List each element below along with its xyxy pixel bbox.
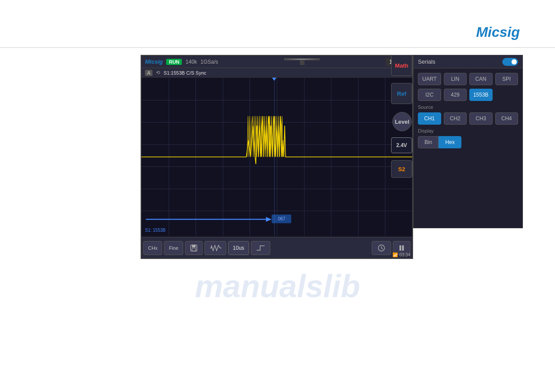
waveform-svg: 067: [141, 78, 412, 236]
level-value-display: 2.4V: [391, 137, 412, 153]
level-knob[interactable]: Level: [392, 112, 412, 131]
display-btn-group: Bin Hex: [418, 136, 461, 148]
hex-display-button[interactable]: Hex: [439, 136, 461, 148]
protocol-row-2: I2C 429 1553B: [418, 89, 518, 101]
serials-title: Serials: [418, 58, 435, 65]
trigger-channel: A: [145, 70, 152, 76]
uart-button[interactable]: UART: [418, 73, 441, 85]
lin-button[interactable]: LIN: [444, 73, 467, 85]
scope-status-bar: 📶 03:34: [391, 252, 412, 258]
spi-button[interactable]: SPI: [495, 73, 519, 85]
trigger-label: S1:1553B C/S Sync: [163, 70, 206, 76]
scope-logo: Micsig: [145, 58, 163, 65]
protocol-row-1: UART LIN CAN SPI: [418, 73, 518, 85]
scope-sample-rate: 1GSa/s: [200, 59, 218, 65]
can-button[interactable]: CAN: [469, 73, 493, 85]
save-button[interactable]: [185, 241, 203, 255]
time-cursor-line: [274, 78, 275, 236]
scope-topbar: Micsig RUN 140k 1GSa/s ⬛ 14.2us: [141, 56, 412, 68]
1553b-button[interactable]: 1553B: [469, 89, 493, 101]
time-cursor-marker: [272, 78, 276, 81]
display-section-label: Display: [418, 128, 518, 133]
top-divider: [0, 47, 555, 48]
s1-decode-label: S1: 1553B: [145, 228, 166, 233]
watermark: manualslib: [195, 268, 360, 304]
svg-rect-9: [402, 245, 404, 251]
source-row: CH1 CH2 CH3 CH4: [418, 112, 518, 125]
wave-button[interactable]: [204, 241, 226, 255]
chx-button[interactable]: CHx: [143, 241, 162, 255]
right-sidebar: Math Ref Level 2.4V S2: [391, 55, 413, 178]
source-section-label: Source: [418, 104, 518, 110]
run-status-badge: RUN: [166, 59, 182, 65]
svg-marker-1: [266, 217, 272, 222]
ch2-source-button[interactable]: CH2: [444, 112, 467, 125]
serials-body: UART LIN CAN SPI I2C 429 1553B Source CH…: [414, 68, 522, 153]
scope-toolbar: CHx Fine 10us 📶 03:34: [141, 237, 412, 258]
svg-text:067: 067: [278, 216, 286, 221]
svg-rect-8: [399, 245, 401, 251]
scope-clock: 03:34: [399, 252, 410, 257]
trigger-icon: ⟲: [156, 70, 160, 76]
brand-logo: Micsig: [476, 24, 520, 40]
fine-button[interactable]: Fine: [164, 241, 183, 255]
429-button[interactable]: 429: [444, 89, 467, 101]
serials-header: Serials: [414, 55, 522, 68]
waveform-area: 067 S1: 1553B: [141, 78, 412, 236]
display-row: Bin Hex: [418, 136, 518, 148]
s2-button[interactable]: S2: [391, 160, 412, 178]
math-button[interactable]: Math: [391, 55, 412, 76]
serials-toggle[interactable]: [502, 58, 518, 66]
trigger-bar: A ⟲ S1:1553B C/S Sync: [141, 68, 412, 78]
scope-frequency: 140k: [185, 59, 197, 65]
ch1-source-button[interactable]: CH1: [418, 112, 441, 125]
svg-rect-5: [192, 245, 196, 248]
ch3-source-button[interactable]: CH3: [469, 112, 493, 125]
time-per-div[interactable]: 10us: [228, 241, 249, 255]
svg-rect-6: [192, 248, 196, 251]
edge-button[interactable]: [251, 241, 270, 255]
oscilloscope-screen: Micsig RUN 140k 1GSa/s ⬛ 14.2us A ⟲ S1:1…: [141, 55, 413, 259]
wifi-icon: 📶: [392, 252, 398, 257]
bin-display-button[interactable]: Bin: [418, 136, 439, 148]
i2c-button[interactable]: I2C: [418, 89, 441, 101]
auto-button[interactable]: [372, 241, 391, 255]
ch4-source-button[interactable]: CH4: [495, 112, 519, 125]
serials-panel: Serials UART LIN CAN SPI I2C 429 1553B S…: [413, 55, 523, 228]
ref-button[interactable]: Ref: [391, 83, 412, 104]
